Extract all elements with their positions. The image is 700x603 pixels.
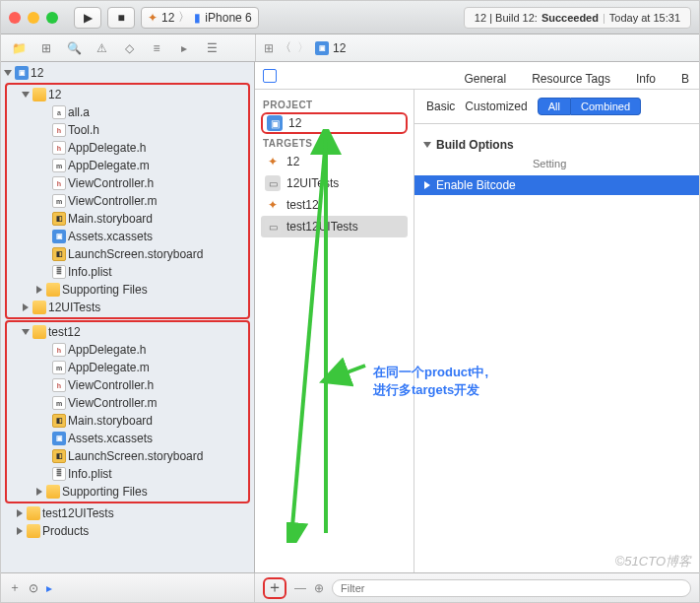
tree-file[interactable]: ≣Info.plist	[7, 465, 248, 483]
setting-row-enable-bitcode[interactable]: Enable Bitcode	[414, 175, 699, 195]
tab-build[interactable]: B	[679, 68, 691, 90]
forward-icon[interactable]: 〉	[297, 39, 309, 56]
folder-icon	[27, 524, 40, 538]
targets-list: PROJECT ▣12 TARGETS ✦12 ▭12UITests ✦test…	[255, 90, 414, 572]
chevron-right-icon: 〉	[178, 9, 190, 26]
scheme-selector[interactable]: ✦ 12 〉 ▮ iPhone 6	[141, 7, 259, 29]
tree-file[interactable]: mViewController.m	[7, 192, 248, 210]
related-items-icon[interactable]: ⊞	[264, 41, 274, 55]
tree-group[interactable]: test12UITests	[1, 504, 254, 522]
target-filter-input[interactable]	[332, 579, 691, 597]
breadcrumb[interactable]: ▣ 12	[315, 41, 346, 55]
settings-content: Build Options Setting Enable Bitcode	[414, 124, 699, 205]
folder-icon	[46, 283, 60, 297]
header-icon: h	[52, 176, 66, 190]
project-icon: ▣	[315, 41, 329, 55]
tree-root[interactable]: ▣12	[1, 64, 254, 82]
tree-file[interactable]: mAppDelegate.m	[7, 359, 248, 376]
close-window-icon[interactable]	[9, 12, 21, 24]
tree-file[interactable]: hViewController.h	[7, 376, 248, 394]
tree-group[interactable]: Supporting Files	[7, 281, 248, 299]
disclosure-icon	[424, 181, 430, 189]
targets-filter-bar: ＋ — ⊕	[255, 577, 699, 599]
tree-file[interactable]: hAppDelegate.h	[7, 341, 248, 359]
stop-button[interactable]: ■	[107, 7, 135, 29]
remove-target-button[interactable]: —	[294, 581, 306, 595]
test-target-icon: ▭	[265, 219, 281, 234]
target-row[interactable]: ✦test12	[261, 194, 408, 216]
project-section-label: PROJECT	[261, 96, 408, 112]
tree-file[interactable]: hViewController.h	[7, 174, 248, 192]
tree-file[interactable]: hTool.h	[7, 121, 248, 139]
folder-icon	[32, 88, 46, 101]
run-button[interactable]: ▶	[74, 7, 101, 29]
test-navigator-icon[interactable]: ◇	[117, 38, 141, 58]
storyboard-icon: ◧	[52, 414, 66, 428]
annotation-text: 在同一个product中, 进行多targets开发	[373, 364, 488, 399]
tree-file[interactable]: ◧LaunchScreen.storyboard	[7, 447, 248, 465]
tag-icon[interactable]: ▸	[46, 581, 52, 595]
tab-info[interactable]: Info	[634, 68, 658, 90]
tree-group[interactable]: Products	[1, 522, 254, 540]
settings-group-header[interactable]: Build Options	[414, 134, 699, 156]
traffic-lights	[9, 12, 68, 24]
filter-icon[interactable]: ⊙	[29, 581, 38, 595]
tree-file[interactable]: ◧Main.storyboard	[7, 412, 248, 430]
tree-file[interactable]: hAppDelegate.h	[7, 139, 248, 157]
breakpoint-navigator-icon[interactable]: ▸	[172, 38, 196, 58]
target-row[interactable]: ▭test12UITests	[261, 216, 408, 237]
tab-general[interactable]: General	[462, 68, 508, 90]
add-target-button[interactable]: ＋	[263, 577, 286, 599]
find-navigator-icon[interactable]: 🔍	[62, 38, 86, 58]
project-icon: ▣	[15, 66, 29, 80]
impl-icon: m	[52, 159, 66, 172]
filter-all-button[interactable]: All	[538, 98, 571, 115]
status-prefix: 12 | Build 12:	[475, 12, 538, 24]
project-navigator-icon[interactable]: 📁	[7, 38, 31, 58]
filter-basic[interactable]: Basic	[426, 100, 455, 113]
tab-resource-tags[interactable]: Resource Tags	[530, 68, 612, 90]
symbol-navigator-icon[interactable]: ⊞	[34, 38, 58, 58]
project-row[interactable]: ▣12	[261, 112, 408, 134]
storyboard-icon: ◧	[52, 247, 66, 261]
tree-file[interactable]: mViewController.m	[7, 394, 248, 412]
tree-file[interactable]: ◧LaunchScreen.storyboard	[7, 245, 248, 263]
filter-segment: All Combined	[538, 98, 641, 115]
test-target-icon: ▭	[265, 175, 281, 191]
scheme-name: 12	[161, 11, 174, 25]
device-name: iPhone 6	[205, 11, 251, 25]
zoom-window-icon[interactable]	[46, 12, 58, 24]
tree-file[interactable]: ◧Main.storyboard	[7, 210, 248, 228]
editor-area: General Resource Tags Info B PROJECT ▣12…	[255, 62, 699, 572]
header-icon: h	[52, 141, 66, 155]
tree-file[interactable]: aall.a	[7, 103, 248, 121]
filter-customized[interactable]: Customized	[465, 100, 527, 113]
target-row[interactable]: ▭12UITests	[261, 172, 408, 194]
back-icon[interactable]: 〈	[280, 39, 291, 56]
add-icon[interactable]: ＋	[9, 579, 21, 596]
tree-file[interactable]: ▣Assets.xcassets	[7, 430, 248, 447]
filter-scope-icon[interactable]: ⊕	[314, 581, 324, 595]
tree-file[interactable]: mAppDelegate.m	[7, 157, 248, 174]
tree-group[interactable]: 12	[7, 86, 248, 103]
outline-toggle-icon[interactable]	[263, 69, 277, 83]
debug-navigator-icon[interactable]: ≡	[145, 38, 168, 58]
minimize-window-icon[interactable]	[28, 12, 39, 24]
annotation-box: 12 aall.a hTool.h hAppDelegate.h mAppDel…	[5, 83, 250, 319]
tree-file[interactable]: ▣Assets.xcassets	[7, 228, 248, 245]
target-row[interactable]: ✦12	[261, 151, 408, 172]
header-icon: h	[52, 343, 66, 357]
tree-group[interactable]: test12	[7, 323, 248, 341]
tree-group[interactable]: 12UITests	[7, 299, 248, 316]
app-icon: ✦	[148, 11, 158, 25]
annotation-box: test12 hAppDelegate.h mAppDelegate.m hVi…	[5, 320, 250, 503]
filter-combined-button[interactable]: Combined	[571, 98, 641, 115]
tree-file[interactable]: ≣Info.plist	[7, 263, 248, 281]
navigator-filter-bar: ＋ ⊙ ▸	[1, 573, 255, 602]
app-target-icon: ✦	[265, 154, 281, 169]
issue-navigator-icon[interactable]: ⚠	[90, 38, 113, 58]
navigator-selector: 📁 ⊞ 🔍 ⚠ ◇ ≡ ▸ ☰	[1, 34, 255, 61]
tree-group[interactable]: Supporting Files	[7, 483, 248, 501]
report-navigator-icon[interactable]: ☰	[200, 38, 223, 58]
status-result: Succeeded	[541, 12, 599, 24]
